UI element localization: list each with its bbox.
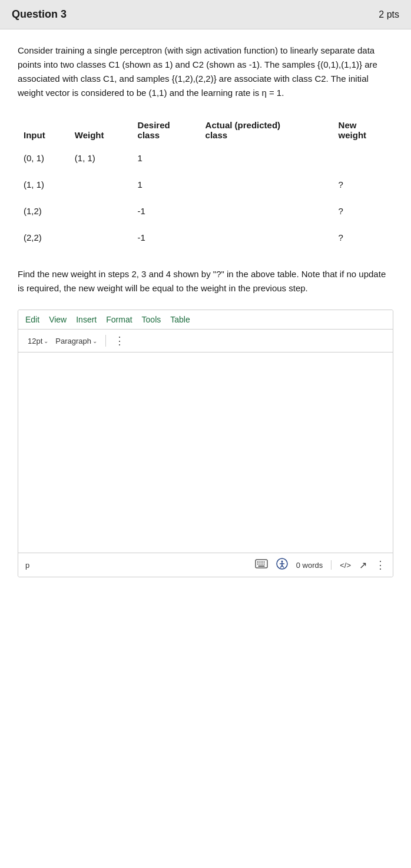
font-size-value: 12pt xyxy=(28,337,42,345)
svg-rect-6 xyxy=(259,564,260,565)
svg-rect-8 xyxy=(263,564,264,565)
word-count: 0 words xyxy=(296,561,323,570)
editor-menubar: Edit View Insert Format Tools Table xyxy=(18,310,393,330)
toolbar-more-button[interactable]: ⋮ xyxy=(112,333,128,348)
th-desired: Desiredclass xyxy=(132,117,200,145)
cell-desired-3: -1 xyxy=(132,198,200,224)
toolbar-divider xyxy=(105,335,106,347)
expand-icon[interactable]: ↗ xyxy=(359,560,367,571)
table-row: (1,2) -1 ? xyxy=(18,198,393,224)
cell-newweight-1 xyxy=(333,145,393,171)
accessibility-icon[interactable] xyxy=(276,558,288,572)
menu-edit[interactable]: Edit xyxy=(25,314,44,325)
cell-desired-1: 1 xyxy=(132,145,200,171)
editor-container: Edit View Insert Format Tools Table 12pt… xyxy=(18,310,393,577)
question-header: Question 3 2 pts xyxy=(0,0,411,29)
svg-rect-2 xyxy=(259,561,260,563)
question-points: 2 pts xyxy=(379,9,399,20)
paragraph-style-selector[interactable]: Paragraph ⌄ xyxy=(53,335,100,347)
editor-toolbar: 12pt ⌄ Paragraph ⌄ ⋮ xyxy=(18,330,393,352)
question-title: Question 3 xyxy=(12,8,67,21)
th-actual: Actual (predicted)class xyxy=(200,117,333,145)
paragraph-style-value: Paragraph xyxy=(55,337,91,345)
statusbar-element: p xyxy=(25,561,29,570)
table-row: (1, 1) 1 ? xyxy=(18,171,393,198)
svg-line-15 xyxy=(282,566,284,567)
cell-newweight-4: ? xyxy=(333,224,393,251)
cell-newweight-3: ? xyxy=(333,198,393,224)
cell-desired-4: -1 xyxy=(132,224,200,251)
svg-point-11 xyxy=(281,561,283,563)
font-size-chevron-icon: ⌄ xyxy=(44,338,48,344)
statusbar-icons: 0 words </> ↗ ⋮ xyxy=(255,558,386,572)
cell-newweight-2: ? xyxy=(333,171,393,198)
page-container: Question 3 2 pts Consider training a sin… xyxy=(0,0,411,868)
cell-input-4: (2,2) xyxy=(18,224,69,251)
svg-rect-7 xyxy=(261,564,263,565)
cell-actual-4 xyxy=(200,224,333,251)
editor-statusbar: p xyxy=(18,553,393,577)
cell-input-2: (1, 1) xyxy=(18,171,69,198)
statusbar-divider xyxy=(331,560,332,570)
cell-desired-2: 1 xyxy=(132,171,200,198)
menu-tools[interactable]: Tools xyxy=(137,314,166,325)
cell-actual-1 xyxy=(200,145,333,171)
cell-weight-1: (1, 1) xyxy=(69,145,132,171)
cell-actual-2 xyxy=(200,171,333,198)
table-row: (0, 1) (1, 1) 1 xyxy=(18,145,393,171)
svg-rect-1 xyxy=(257,561,258,563)
svg-rect-5 xyxy=(257,564,258,565)
th-input: Input xyxy=(18,117,69,145)
table-header-row: Input Weight Desiredclass Actual (predic… xyxy=(18,117,393,145)
svg-rect-9 xyxy=(258,566,264,567)
perceptron-table: Input Weight Desiredclass Actual (predic… xyxy=(18,117,393,251)
question-text: Consider training a single perceptron (w… xyxy=(18,44,393,100)
table-row: (2,2) -1 ? xyxy=(18,224,393,251)
cell-weight-3 xyxy=(69,198,132,224)
editor-content-area[interactable] xyxy=(18,352,393,553)
menu-view[interactable]: View xyxy=(44,314,71,325)
menu-table[interactable]: Table xyxy=(165,314,194,325)
svg-rect-4 xyxy=(263,561,264,563)
th-weight: Weight xyxy=(69,117,132,145)
font-size-selector[interactable]: 12pt ⌄ xyxy=(25,335,51,347)
cell-actual-3 xyxy=(200,198,333,224)
code-view-button[interactable]: </> xyxy=(340,561,351,570)
statusbar-more-button[interactable]: ⋮ xyxy=(375,558,386,571)
question-body: Consider training a single perceptron (w… xyxy=(0,29,411,868)
menu-format[interactable]: Format xyxy=(101,314,137,325)
th-new-weight: Newweight xyxy=(333,117,393,145)
cell-input-3: (1,2) xyxy=(18,198,69,224)
cell-input-1: (0, 1) xyxy=(18,145,69,171)
find-text: Find the new weight in steps 2, 3 and 4 … xyxy=(18,267,393,295)
cell-weight-2 xyxy=(69,171,132,198)
menu-insert[interactable]: Insert xyxy=(71,314,101,325)
svg-rect-3 xyxy=(261,561,263,563)
keyboard-icon[interactable] xyxy=(255,559,268,571)
paragraph-chevron-icon: ⌄ xyxy=(92,338,97,344)
cell-weight-4 xyxy=(69,224,132,251)
